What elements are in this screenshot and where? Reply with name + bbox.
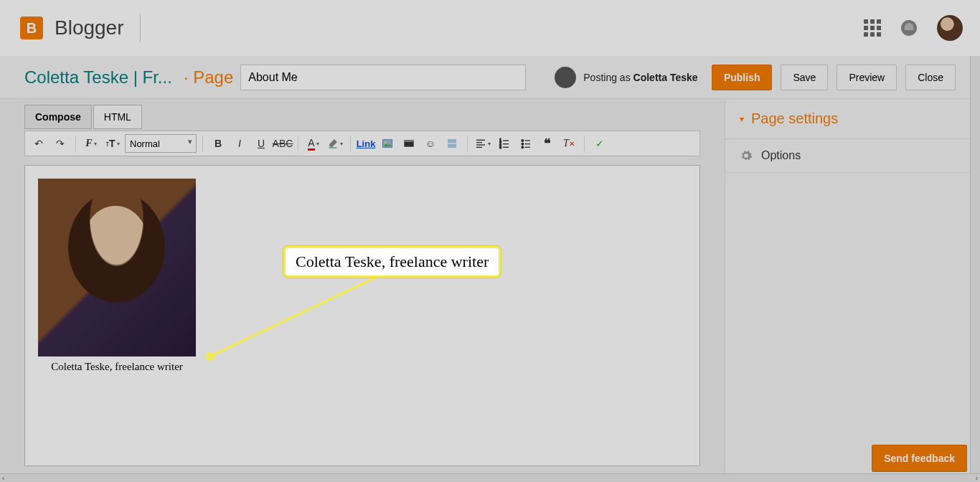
page-title-input[interactable]: [240, 65, 526, 90]
sidebar-item-options[interactable]: Options: [725, 139, 980, 173]
apps-grid-icon[interactable]: [864, 19, 881, 37]
svg-point-18: [522, 143, 524, 145]
divider: [140, 14, 141, 42]
redo-icon[interactable]: ↷: [51, 134, 70, 153]
settings-sidebar: Page settings Options: [725, 99, 980, 482]
strikethrough-icon[interactable]: ABC: [273, 134, 292, 153]
highlight-color-icon[interactable]: [326, 134, 344, 153]
annotation-callout: Coletta Teske, freelance writer: [283, 246, 501, 278]
editor-area: Compose HTML ↶ ↷ F тT Normal B I U ABC A…: [0, 99, 725, 482]
quote-icon[interactable]: ❝: [538, 134, 557, 153]
posting-as-label: Posting as Coletta Teske: [583, 72, 697, 83]
spellcheck-icon[interactable]: ✓: [590, 134, 609, 153]
horizontal-scrollbar[interactable]: ‹›: [0, 473, 980, 482]
options-label: Options: [761, 149, 801, 162]
insert-link-button[interactable]: Link: [357, 134, 375, 153]
svg-point-16: [522, 140, 524, 142]
insert-emoji-icon[interactable]: ☺: [421, 134, 440, 153]
insert-jump-icon[interactable]: [443, 134, 461, 153]
top-bar: B Blogger: [0, 0, 980, 56]
numbered-list-icon[interactable]: 123: [495, 134, 514, 153]
font-family-dropdown[interactable]: F: [82, 134, 100, 153]
svg-line-22: [212, 272, 387, 356]
paragraph-format-select[interactable]: Normal: [125, 134, 197, 153]
close-button[interactable]: Close: [905, 65, 956, 90]
font-size-dropdown[interactable]: тT: [103, 134, 122, 153]
image-caption[interactable]: Coletta Teske, freelance writer: [38, 361, 196, 373]
svg-rect-3: [404, 140, 413, 142]
sub-bar: Coletta Teske | Fr... Page Posting as Co…: [0, 56, 980, 99]
svg-rect-4: [448, 139, 456, 143]
tab-compose[interactable]: Compose: [24, 105, 92, 129]
italic-icon[interactable]: I: [230, 134, 249, 153]
alignment-icon[interactable]: [473, 134, 492, 153]
text-color-icon[interactable]: A: [304, 134, 323, 153]
notifications-icon[interactable]: [901, 20, 917, 36]
insert-image-icon[interactable]: [378, 134, 397, 153]
tab-html[interactable]: HTML: [93, 105, 142, 129]
send-feedback-button[interactable]: Send feedback: [872, 445, 967, 472]
author-avatar-icon: [555, 67, 576, 88]
insert-video-icon[interactable]: [400, 134, 418, 153]
underline-icon[interactable]: U: [252, 134, 270, 153]
svg-text:3: 3: [499, 146, 501, 149]
account-avatar[interactable]: [937, 15, 963, 41]
remove-format-icon[interactable]: T✕: [560, 134, 578, 153]
editor-toolbar: ↶ ↷ F тT Normal B I U ABC A Link ☺ 123 ❝: [24, 131, 700, 156]
product-name: Blogger: [55, 16, 124, 39]
vertical-scrollbar[interactable]: [970, 0, 980, 482]
svg-rect-5: [448, 144, 456, 148]
blogger-logo-icon: B: [20, 16, 43, 39]
preview-button[interactable]: Preview: [837, 65, 897, 90]
publish-button[interactable]: Publish: [712, 65, 773, 90]
annotation-dot-icon: [206, 352, 215, 361]
page-settings-header[interactable]: Page settings: [725, 99, 980, 139]
bold-icon[interactable]: B: [209, 134, 227, 153]
svg-point-20: [522, 146, 524, 148]
gear-icon: [740, 149, 753, 162]
bullet-list-icon[interactable]: [517, 134, 535, 153]
svg-point-1: [385, 141, 387, 143]
undo-icon[interactable]: ↶: [29, 134, 48, 153]
content-image[interactable]: [38, 179, 196, 356]
save-button[interactable]: Save: [781, 65, 828, 90]
editor-canvas[interactable]: Coletta Teske, freelance writer Coletta …: [24, 165, 700, 466]
section-label: Page: [184, 67, 233, 88]
blog-title[interactable]: Coletta Teske | Fr...: [24, 67, 172, 88]
